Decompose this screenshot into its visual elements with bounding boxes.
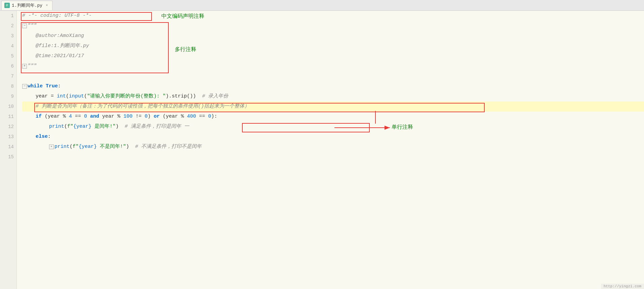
code-line-8: −while True: [22, 81, 644, 91]
line11-or: or [154, 112, 160, 122]
code-line-9: year = int ( input ( "请输入你要判断的年份(整数): " … [22, 91, 644, 101]
tab-bar: 1.判断闰年.py × [0, 0, 644, 11]
code-line-11: if (year % 4 == 0 and year % 100 != 0 ) … [22, 112, 644, 122]
line10-comment: # 判断是否为闰年（备注：为了代码的可读性强，把每个独立的条件使用()括起来为一… [36, 101, 249, 112]
line1-comment: # -*- coding: UTF-8 -*- [22, 11, 92, 21]
line-num-4: 4 [3, 41, 14, 51]
line11-num4: 4 [69, 112, 72, 122]
line12-fstring: f" [67, 122, 73, 132]
line14-print: print [54, 142, 70, 152]
code-line-15 [22, 152, 644, 162]
line8-true: True [46, 81, 58, 91]
svg-rect-2 [6, 5, 8, 5]
line-num-3: 3 [3, 31, 14, 41]
line-num-10: 10 [3, 101, 14, 112]
line8-space [43, 81, 46, 91]
svg-rect-1 [6, 4, 8, 5]
line14-fstring: f" [73, 142, 79, 152]
line8-while: while [28, 81, 43, 91]
line9-int: int [57, 91, 66, 101]
status-url: http://yingzi.com [604, 284, 641, 288]
line9-string: "请输入你要判断的年份(整数): " [87, 91, 166, 101]
line-num-9: 9 [3, 91, 14, 101]
line-num-2: 2 [3, 21, 14, 31]
line6-docstring-close: """ [28, 61, 37, 71]
line2-docstring-open: """ [28, 21, 37, 31]
tab-close-button[interactable]: × [46, 3, 48, 7]
code-line-1: # -*- coding: UTF-8 -*- [22, 11, 644, 21]
file-icon [4, 3, 10, 8]
svg-rect-3 [6, 6, 7, 6]
line9-comment: # 录入年份 [202, 91, 228, 101]
code-line-12: print ( f"{year} 是闰年!" ) # 满足条件，打印是闰年 一 [22, 122, 644, 132]
line13-else: else [36, 132, 48, 142]
tab-label: 1.判断闰年.py [12, 2, 42, 8]
line11-and: and [90, 112, 99, 122]
line9-year-assign: year = [36, 91, 57, 101]
line11-num400: 400 [187, 112, 196, 122]
fold-close-6[interactable]: + [22, 64, 27, 69]
code-line-6: +""" [22, 61, 644, 71]
line-num-5: 5 [3, 51, 14, 61]
code-line-3: @author:AmoXiang [22, 31, 644, 41]
line4-file: @file:1.判断闰年.py [36, 41, 89, 51]
line-num-6: 6 [3, 61, 14, 71]
fold-14[interactable]: + [49, 144, 54, 149]
line14-comment: # 不满足条件，打印不是闰年 [135, 142, 202, 152]
line-num-11: 11 [3, 112, 14, 122]
line9-input: input [69, 91, 84, 101]
code-line-13: else : [22, 132, 644, 142]
line-num-12: 12 [3, 122, 14, 132]
line-num-15: 15 [3, 152, 14, 162]
line5-time: @time:2021/01/17 [36, 51, 84, 61]
line12-print: print [49, 122, 64, 132]
line-numbers: 1 2 3 4 5 6 7 8 9 10 11 12 13 14 15 [0, 11, 17, 289]
line3-author: @author:AmoXiang [36, 31, 84, 41]
status-bar: http://yingzi.com [601, 284, 644, 289]
code-line-5: @time:2021/01/17 [22, 51, 644, 61]
line-num-14: 14 [3, 142, 14, 152]
code-line-2: −""" [22, 21, 644, 31]
line-num-1: 1 [3, 11, 14, 21]
line11-num100: 100 [123, 112, 132, 122]
code-line-10: # 判断是否为闰年（备注：为了代码的可读性强，把每个独立的条件使用()括起来为一… [22, 101, 644, 112]
line11-if: if [36, 112, 42, 122]
line-num-8: 8 [3, 81, 14, 91]
code-area: # -*- coding: UTF-8 -*- −""" @author:Amo… [17, 11, 644, 289]
line-num-7: 7 [3, 71, 14, 81]
line-num-13: 13 [3, 132, 14, 142]
file-tab[interactable]: 1.判断闰年.py × [1, 1, 52, 10]
line11-num0b: 0 [145, 112, 148, 122]
code-line-7 [22, 71, 644, 81]
line12-comment: # 满足条件，打印是闰年 一 [125, 122, 189, 132]
code-line-14: + print ( f"{year} 不是闰年!" ) # 不满足条件，打印不是… [22, 142, 644, 152]
line11-num0a: 0 [84, 112, 87, 122]
fold-open-8[interactable]: − [22, 84, 27, 89]
fold-open-2[interactable]: − [22, 24, 27, 28]
line8-colon: : [58, 81, 61, 91]
line11-num0c: 0 [208, 112, 211, 122]
code-line-4: @file:1.判断闰年.py [22, 41, 644, 51]
editor: 1 2 3 4 5 6 7 8 9 10 11 12 13 14 15 # -*… [0, 11, 644, 289]
